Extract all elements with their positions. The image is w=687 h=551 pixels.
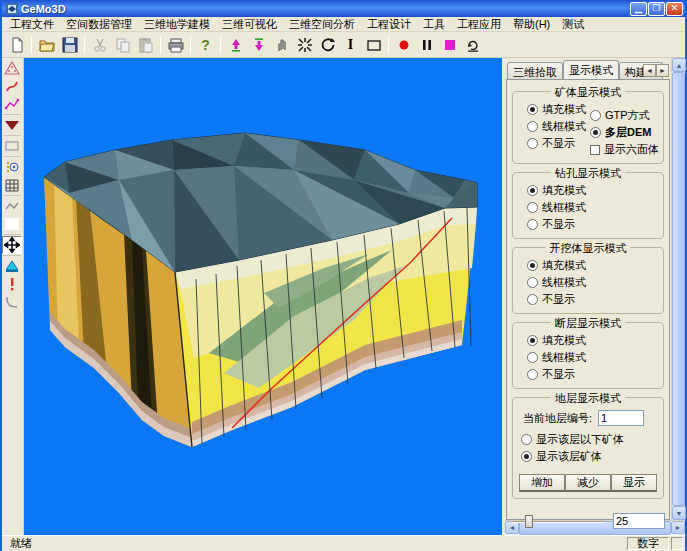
cut-icon[interactable] (88, 34, 111, 56)
radio-drill-hidden[interactable]: 不显示 (527, 217, 659, 232)
pause-icon[interactable] (415, 34, 438, 56)
decrease-button[interactable]: 减少 (565, 474, 611, 492)
pan-hand-icon[interactable] (270, 34, 293, 56)
filled-triangle-icon[interactable] (2, 116, 22, 134)
rectangle-select-icon[interactable] (2, 137, 22, 155)
print-icon[interactable] (164, 34, 187, 56)
menu-tools[interactable]: 工具 (417, 17, 451, 32)
radio-label: 线框模式 (542, 200, 586, 215)
tab-display-mode[interactable]: 显示模式 (563, 60, 619, 79)
close-button[interactable]: ✕ (666, 2, 683, 16)
menu-project-file[interactable]: 工程文件 (4, 17, 60, 32)
color-marker-icon[interactable] (438, 34, 461, 56)
menubar: 工程文件 空间数据管理 三维地学建模 三维可视化 三维空间分析 工程设计 工具 … (2, 17, 685, 32)
radio-excavation-fill[interactable]: 填充模式 (527, 258, 659, 273)
magenta-polyline-icon[interactable] (2, 95, 22, 113)
statusbar: 就绪 数字 (2, 535, 685, 551)
point-snap-icon[interactable] (2, 158, 22, 176)
menu-help[interactable]: 帮助(H) (507, 17, 556, 32)
radio-icon (590, 110, 601, 121)
menu-spatial-data[interactable]: 空间数据管理 (60, 17, 138, 32)
increase-button[interactable]: 增加 (519, 474, 565, 492)
radio-ore-fill[interactable]: 填充模式 (527, 102, 588, 117)
show-button[interactable]: 显示 (611, 474, 657, 492)
group-ore-display: 矿体显示模式 填充模式 线框模式 不显示 GTP方式 多层DEM (512, 91, 664, 164)
radio-icon (527, 138, 538, 149)
scroll-up-icon[interactable]: ▲ (672, 58, 686, 72)
radio-drill-fill[interactable]: 填充模式 (527, 183, 659, 198)
curve-tool-icon[interactable] (2, 293, 22, 311)
move-up-arrow-icon[interactable] (224, 34, 247, 56)
prism-icon[interactable] (2, 257, 22, 275)
blank-tool-icon[interactable] (2, 215, 22, 233)
left-toolbar-separator (3, 195, 21, 196)
menu-3d-geo-modeling[interactable]: 三维地学建模 (138, 17, 216, 32)
select-rectangle-icon[interactable] (362, 34, 385, 56)
tab-scroll-right-icon[interactable]: ► (656, 64, 669, 77)
drill-marker-icon[interactable] (2, 275, 22, 293)
rotate-view-icon[interactable] (316, 34, 339, 56)
slider-thumb[interactable] (525, 515, 533, 528)
radio-label: 线框模式 (542, 119, 586, 134)
radio-show-this-layer[interactable]: 显示该层矿体 (521, 449, 659, 464)
radio-icon (527, 260, 538, 271)
radio-icon (527, 369, 538, 380)
section-polyline-icon[interactable] (2, 197, 22, 215)
radio-ore-wireframe[interactable]: 线框模式 (527, 119, 588, 134)
tab-scroll-left-icon[interactable]: ◄ (643, 64, 656, 77)
restore-button[interactable]: ❐ (648, 2, 665, 16)
display-mode-page: 矿体显示模式 填充模式 线框模式 不显示 GTP方式 多层DEM (506, 79, 670, 520)
radio-icon (521, 434, 532, 445)
help-icon[interactable]: ? (194, 34, 217, 56)
paste-icon[interactable] (134, 34, 157, 56)
open-folder-icon[interactable] (35, 34, 58, 56)
menu-engineering-app[interactable]: 工程应用 (451, 17, 507, 32)
viewport-3d[interactable] (24, 58, 502, 535)
radio-icon (527, 352, 538, 363)
tin-triangle-icon[interactable] (2, 59, 22, 77)
menu-3d-visualization[interactable]: 三维可视化 (216, 17, 283, 32)
menu-3d-spatial-analysis[interactable]: 三维空间分析 (283, 17, 361, 32)
radio-multilayer-dem[interactable]: 多层DEM (590, 125, 659, 140)
tab-3d-pick[interactable]: 三维拾取 (507, 62, 563, 79)
record-icon[interactable] (392, 34, 415, 56)
radio-excavation-wireframe[interactable]: 线框模式 (527, 275, 659, 290)
radio-drill-wireframe[interactable]: 线框模式 (527, 200, 659, 215)
checkbox-show-hexahedron[interactable]: 显示六面体 (590, 142, 659, 157)
scroll-right-icon[interactable]: ► (671, 521, 685, 534)
radio-icon (527, 294, 538, 305)
vertical-exaggeration-icon[interactable]: I (339, 34, 362, 56)
vertical-scroll-thumb[interactable] (672, 72, 685, 506)
radio-fault-hidden[interactable]: 不显示 (527, 367, 659, 382)
minimize-button[interactable]: ▁ (630, 2, 647, 16)
radio-excavation-hidden[interactable]: 不显示 (527, 292, 659, 307)
window-title: GeMo3D (21, 3, 629, 15)
red-curve-icon[interactable] (2, 77, 22, 95)
menu-test[interactable]: 测试 (556, 17, 590, 32)
radio-fault-wireframe[interactable]: 线框模式 (527, 350, 659, 365)
strata-number-input[interactable] (598, 410, 644, 426)
reset-view-icon[interactable] (461, 34, 484, 56)
left-toolbar (2, 58, 24, 535)
layer-slider[interactable] (513, 513, 605, 529)
left-toolbar-separator (3, 234, 21, 235)
move-down-arrow-icon[interactable] (247, 34, 270, 56)
new-document-icon[interactable] (5, 34, 28, 56)
status-ready-text: 就绪 (2, 536, 627, 551)
group-strata-display: 地层显示模式 当前地层编号: 显示该层以下矿体 显示该层矿体 增加 减少 显示 (512, 397, 664, 499)
grid-icon[interactable] (2, 176, 22, 194)
group-title: 断层显示模式 (551, 316, 625, 331)
radio-ore-hidden[interactable]: 不显示 (527, 136, 588, 151)
menu-engineering-design[interactable]: 工程设计 (361, 17, 417, 32)
move-tool-icon[interactable] (2, 236, 22, 254)
center-view-icon[interactable] (293, 34, 316, 56)
scroll-down-icon[interactable]: ▼ (672, 506, 686, 520)
slider-value-input[interactable] (613, 513, 665, 529)
radio-fault-fill[interactable]: 填充模式 (527, 333, 659, 348)
save-icon[interactable] (58, 34, 81, 56)
toolbar-separator (190, 36, 191, 54)
panel-vertical-scrollbar[interactable]: ▲ ▼ (671, 58, 685, 520)
radio-gtp-mode[interactable]: GTP方式 (590, 108, 659, 123)
copy-icon[interactable] (111, 34, 134, 56)
radio-show-below-layer[interactable]: 显示该层以下矿体 (521, 432, 659, 447)
